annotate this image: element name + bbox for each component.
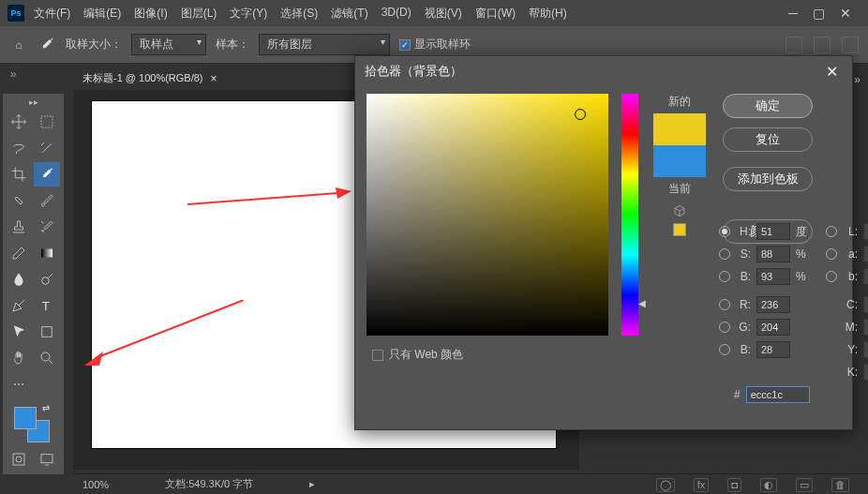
dialog-close-icon[interactable]: ✕ — [820, 63, 843, 81]
dialog-titlebar[interactable]: 拾色器（背景色） ✕ — [355, 56, 852, 86]
input-h[interactable] — [756, 223, 790, 240]
input-s[interactable] — [756, 246, 790, 262]
web-only-checkbox[interactable]: 只有 Web 颜色 — [372, 347, 463, 363]
menu-file[interactable]: 文件(F) — [34, 6, 70, 22]
add-swatch-button[interactable]: 添加到色板 — [723, 167, 813, 191]
shape-tool[interactable] — [34, 320, 60, 344]
radio-lb[interactable] — [826, 271, 837, 282]
trash-icon[interactable]: 🗑 — [831, 478, 849, 492]
type-tool[interactable]: T — [34, 293, 60, 318]
doc-info[interactable]: 文档:549.3K/0 字节 — [165, 477, 253, 491]
menu-window[interactable]: 窗口(W) — [475, 6, 516, 22]
hand-tool[interactable] — [6, 346, 32, 370]
radio-h[interactable] — [719, 226, 730, 237]
adjust-icon[interactable]: ◐ — [760, 478, 777, 492]
radio-g[interactable] — [719, 322, 730, 333]
menu-type[interactable]: 文字(Y) — [230, 6, 267, 22]
menu-edit[interactable]: 编辑(E) — [83, 6, 121, 22]
expand-dock-icon[interactable]: » — [0, 64, 26, 81]
ok-button[interactable]: 确定 — [723, 94, 813, 118]
path-select-tool[interactable] — [6, 320, 32, 344]
stamp-tool[interactable] — [6, 215, 32, 239]
swap-colors-icon[interactable]: ⇄ — [42, 403, 50, 413]
input-l[interactable] — [863, 223, 868, 240]
color-field[interactable] — [367, 94, 608, 336]
wand-tool[interactable] — [34, 136, 60, 160]
mask-icon[interactable]: ◘ — [727, 478, 741, 492]
menu-layer[interactable]: 图层(L) — [181, 6, 217, 22]
gradient-tool[interactable] — [34, 241, 60, 265]
sample-size-select[interactable]: 取样点 — [131, 34, 206, 55]
hue-slider[interactable]: ◀ — [621, 94, 638, 336]
radio-bv[interactable] — [719, 271, 730, 282]
input-r[interactable] — [756, 296, 790, 313]
radio-s[interactable] — [719, 248, 730, 260]
current-color-swatch[interactable] — [653, 145, 706, 177]
eyedropper-tool[interactable] — [34, 162, 60, 187]
radio-r[interactable] — [719, 299, 730, 310]
doc-info-chevron[interactable]: ▸ — [309, 478, 315, 490]
tab-close-icon[interactable]: × — [211, 72, 217, 85]
menu-select[interactable]: 选择(S) — [280, 6, 318, 22]
fx-icon[interactable]: fx — [694, 478, 710, 492]
newlayer-icon[interactable]: ▭ — [796, 478, 813, 492]
input-b[interactable] — [756, 341, 790, 358]
history-brush-tool[interactable] — [34, 215, 60, 239]
hex-input[interactable] — [746, 386, 810, 403]
move-tool[interactable] — [6, 110, 32, 134]
maximize-button[interactable]: ▢ — [813, 6, 825, 21]
gamut-swatch[interactable] — [673, 223, 686, 236]
input-c[interactable] — [863, 296, 868, 313]
edit-toolbar[interactable]: ⋯ — [6, 372, 32, 397]
crop-tool[interactable] — [6, 162, 32, 187]
menu-3d[interactable]: 3D(D) — [382, 6, 412, 22]
menu-view[interactable]: 视图(V) — [425, 6, 462, 22]
link-icon[interactable]: ◯ — [656, 478, 675, 492]
heal-tool[interactable] — [6, 188, 32, 213]
dodge-tool[interactable] — [34, 267, 60, 292]
toolbox-collapse-icon[interactable]: ▸▸ — [5, 96, 62, 109]
svg-marker-11 — [336, 187, 352, 199]
screenmode-tool[interactable] — [34, 447, 60, 472]
zoom-tool[interactable] — [34, 346, 60, 370]
marquee-tool[interactable] — [34, 110, 60, 134]
quickmask-tool[interactable] — [6, 447, 32, 472]
color-fields: H:度 S:% B:% R: G: B: L: a: b: C:% M:% Y:… — [719, 223, 868, 381]
close-button[interactable]: ✕ — [840, 6, 851, 21]
foreground-color[interactable] — [14, 407, 37, 429]
show-ring-checkbox[interactable]: ✓显示取样环 — [399, 37, 471, 52]
new-color-swatch[interactable] — [653, 113, 706, 145]
input-k[interactable] — [863, 364, 868, 381]
menu-image[interactable]: 图像(I) — [134, 6, 167, 22]
search-icon[interactable] — [786, 37, 802, 53]
reset-button[interactable]: 复位 — [723, 127, 813, 152]
sample-select[interactable]: 所有图层 — [259, 34, 390, 55]
eyedropper-icon[interactable] — [37, 36, 56, 54]
radio-b[interactable] — [719, 344, 730, 355]
share-icon[interactable] — [842, 37, 859, 53]
input-lb[interactable] — [863, 268, 868, 285]
input-y[interactable] — [863, 341, 868, 358]
svg-text:T: T — [42, 299, 50, 313]
radio-l[interactable] — [826, 226, 837, 237]
menu-help[interactable]: 帮助(H) — [529, 6, 567, 22]
pen-tool[interactable] — [6, 293, 32, 318]
input-g[interactable] — [756, 319, 790, 336]
radio-a[interactable] — [826, 248, 837, 260]
label-c: C: — [843, 298, 858, 311]
input-bv[interactable] — [756, 268, 790, 285]
window-controls: ─ ▢ ✕ — [788, 6, 861, 21]
menu-filter[interactable]: 滤镜(T) — [331, 6, 367, 22]
brush-tool[interactable] — [34, 188, 60, 213]
input-a[interactable] — [863, 246, 868, 262]
document-tab[interactable]: 未标题-1 @ 100%(RGB/8) × — [73, 67, 227, 90]
zoom-level[interactable]: 100% — [82, 479, 109, 490]
minimize-button[interactable]: ─ — [788, 6, 798, 21]
eraser-tool[interactable] — [6, 241, 32, 265]
lasso-tool[interactable] — [6, 136, 32, 160]
input-m[interactable] — [863, 319, 868, 336]
home-icon[interactable]: ⌂ — [9, 36, 28, 54]
workspace-icon[interactable] — [814, 37, 831, 53]
gamut-warning-icon[interactable] — [673, 204, 686, 217]
blur-tool[interactable] — [6, 267, 32, 292]
